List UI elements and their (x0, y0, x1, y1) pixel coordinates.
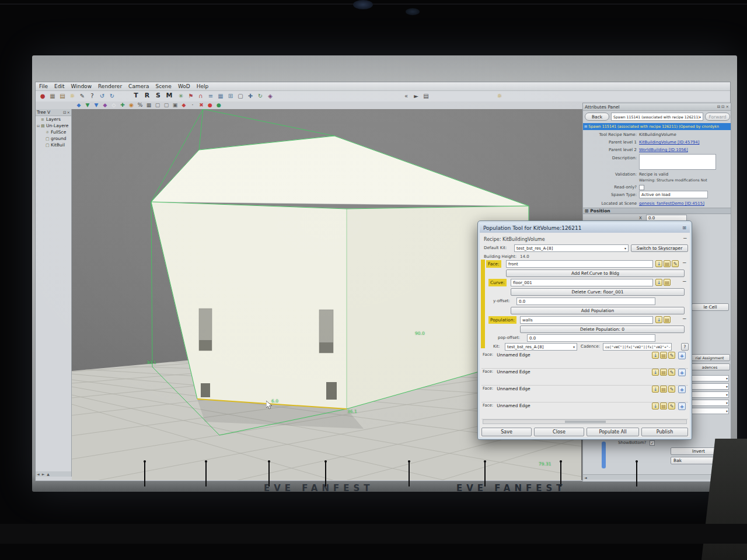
dropdown-blue-icon[interactable]: ▼ (93, 102, 100, 108)
plant-icon[interactable]: ✳ (177, 92, 185, 100)
folder-icon[interactable]: ▤ (664, 260, 671, 267)
position-section-header[interactable]: ⊞ Position (583, 208, 731, 214)
download-icon[interactable]: ↓ (652, 352, 659, 359)
download-icon[interactable]: ↓ (655, 316, 662, 323)
menu-item[interactable]: Window (71, 83, 92, 89)
back-button[interactable]: Back (585, 113, 609, 121)
expand-icon[interactable]: ⊞ (585, 208, 588, 214)
edit-icon[interactable]: ✎ (668, 386, 675, 393)
description-field[interactable] (639, 154, 716, 170)
scroll-right-icon[interactable]: ► (42, 472, 45, 476)
float-icon[interactable]: ⊡ (63, 110, 66, 115)
close-icon[interactable]: × (726, 104, 729, 109)
menu-item[interactable]: Camera (128, 83, 149, 89)
face-row[interactable]: Face: Unnamed Edge ↓ ▤ ✎ + (481, 352, 688, 369)
orbit-icon[interactable]: ◉ (128, 102, 135, 108)
add-face-icon[interactable]: + (678, 386, 686, 393)
menu-item[interactable]: Renderer (98, 83, 122, 89)
help-icon[interactable]: ? (88, 92, 96, 100)
panel-scroll-thumb[interactable] (602, 442, 606, 468)
publish-button[interactable]: Publish (641, 428, 688, 436)
pop-offset-field[interactable]: 0.0 (527, 334, 655, 342)
edit-icon[interactable]: ✎ (668, 369, 675, 376)
tree-item[interactable]: ☼ FullSce (36, 129, 71, 135)
pane-icon[interactable]: ▢ (163, 102, 170, 108)
collapse-icon[interactable]: − (682, 278, 687, 284)
default-kit-dropdown[interactable]: test_bst_res_A-[8] ▾ (514, 244, 629, 252)
face-row[interactable]: Face: Unnamed Edge ↓ ▤ ✎ + (481, 402, 688, 419)
pane-icon[interactable]: ▢ (154, 102, 161, 108)
diamond-outline-icon[interactable]: ◇ (110, 102, 117, 108)
window-menu-icon[interactable]: ⊞ (682, 225, 686, 230)
folder-icon[interactable]: ▤ (660, 402, 667, 410)
save-icon[interactable]: ▤ (58, 92, 67, 100)
folder-icon[interactable]: ▤ (660, 386, 667, 393)
add-face-icon[interactable]: + (678, 352, 686, 359)
crosshair-icon[interactable]: ✚ (246, 92, 254, 100)
menu-item[interactable]: WoD (178, 83, 190, 89)
menu-item[interactable]: Edit (54, 83, 64, 89)
add-ref-curve-button[interactable]: Add Ref.Curve to Bldg (506, 270, 685, 277)
menu-item[interactable]: Help (197, 83, 209, 89)
save-button[interactable]: Save (481, 428, 532, 436)
delete-population-button[interactable]: Delete Population: 0 (520, 326, 685, 333)
folder-icon[interactable]: ▤ (660, 369, 667, 376)
gem-icon[interactable]: ◈ (266, 92, 274, 100)
folder-icon[interactable]: ▤ (664, 279, 671, 286)
folder-icon[interactable]: ▤ (660, 352, 667, 359)
spawn-banner[interactable]: ⊞ Spawn 115141 (associated with recipe 1… (583, 123, 731, 130)
cell-button-fragment[interactable]: le Cell (692, 303, 729, 311)
pin-icon[interactable]: ⊟ (717, 104, 720, 109)
redo-icon[interactable]: ↻ (108, 92, 116, 100)
scroll-left-icon[interactable]: ◄ (584, 475, 587, 480)
cadences-fragment[interactable]: adences (689, 363, 730, 370)
dropdown-stub[interactable]: ▾ (688, 400, 729, 406)
spawn-history-dropdown[interactable]: Spawn 115141 (associated with recipe 126… (611, 113, 703, 121)
film-icon[interactable]: ▤ (422, 92, 430, 100)
add-icon[interactable]: ✚ (119, 102, 126, 108)
expander-icon[interactable]: ⊟ (37, 124, 41, 128)
rotate-icon[interactable]: ↻ (256, 92, 264, 100)
tree-item[interactable]: ▢ ground (36, 135, 71, 142)
close-icon[interactable]: × (67, 110, 70, 115)
camera-select-icon[interactable]: ◆ (75, 102, 82, 108)
face-row[interactable]: Face: Unnamed Edge ↓ ▤ ✎ + (481, 386, 688, 402)
transform-mode-button[interactable]: M (165, 92, 174, 99)
download-icon[interactable]: ↓ (652, 402, 659, 410)
collapse-icon[interactable]: − (682, 260, 687, 265)
record-icon[interactable]: ● (39, 92, 47, 100)
download-icon[interactable]: ↓ (652, 386, 659, 393)
delete-icon[interactable]: ✖ (198, 102, 205, 108)
collapse-icon[interactable]: − (683, 235, 687, 241)
diamond-purple-icon[interactable]: ◆ (102, 102, 109, 108)
curve-name-field[interactable]: floor_001 (511, 279, 653, 286)
dropdown-stub[interactable]: ▾ (688, 391, 729, 398)
transform-mode-button[interactable]: S (153, 92, 163, 99)
dot-icon[interactable]: · (189, 102, 196, 108)
showbottom-checkbox[interactable]: ✓ (650, 440, 655, 446)
transform-mode-button[interactable]: T (131, 92, 141, 99)
flag-icon[interactable]: ⚑ (187, 92, 195, 100)
parent2-link[interactable]: WorldBuilding [ID:1056] (639, 148, 688, 152)
undo-icon[interactable]: ↺ (98, 92, 106, 100)
material-assignment-fragment[interactable]: rial Assignment (689, 354, 730, 361)
cadence-help-button[interactable]: ? (681, 343, 689, 351)
dropdown-stub[interactable]: ▾ (688, 408, 729, 414)
transform-mode-button[interactable]: R (142, 92, 152, 99)
scroll-left-icon[interactable]: ◄ (37, 472, 40, 476)
add-face-icon[interactable]: + (678, 369, 686, 376)
dropdown-green-icon[interactable]: ▼ (84, 102, 91, 108)
bulb-icon[interactable]: ☼ (68, 92, 76, 100)
located-link[interactable]: genesis_fanFestDemo [ID:4515] (639, 201, 704, 206)
grid-toggle-icon[interactable]: ▦ (145, 102, 152, 108)
pane-filled-icon[interactable]: ▣ (172, 102, 179, 108)
spawn-type-dropdown[interactable]: Active on load (639, 191, 708, 198)
magnet-icon[interactable]: ∩ (197, 92, 205, 100)
edit-icon[interactable]: ✎ (672, 260, 679, 267)
cadence-field[interactable]: co["vWC"][fx["vW2"][fx["vW2"+"- ▾ (603, 343, 672, 351)
tree-item[interactable]: ▢ KitBuil (36, 142, 71, 148)
pencil-icon[interactable]: ✎ (78, 92, 86, 100)
population-name-field[interactable]: walls (520, 316, 653, 324)
tree-item[interactable]: ≡ Layers (36, 116, 71, 123)
open-icon[interactable]: ▦ (48, 92, 57, 100)
